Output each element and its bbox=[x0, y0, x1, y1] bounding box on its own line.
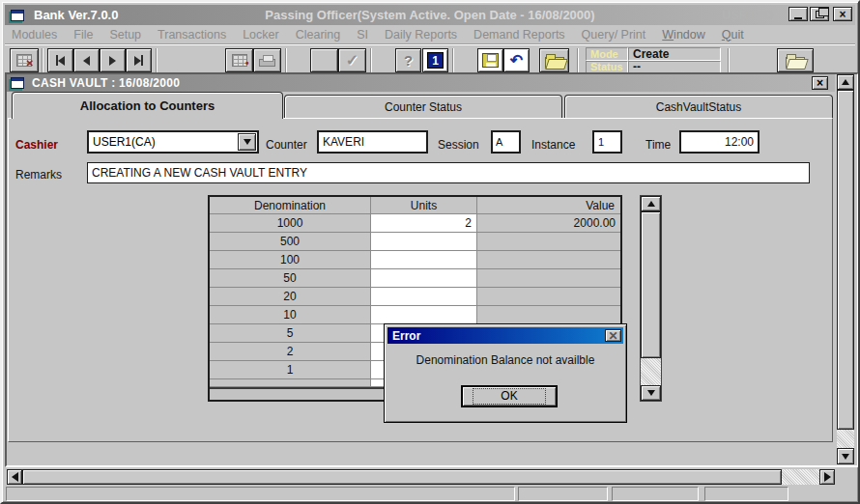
status-panel bbox=[518, 487, 608, 501]
find-button[interactable]: • bbox=[225, 48, 253, 72]
menu-item-clearing[interactable]: Clearing bbox=[296, 28, 341, 42]
status-panel bbox=[612, 487, 699, 501]
toolbar: ✕ • ✓ ? 1 bbox=[5, 44, 855, 73]
blank-button[interactable] bbox=[310, 48, 338, 72]
menu-item-setup[interactable]: Setup bbox=[109, 28, 141, 42]
column-header-value: Value bbox=[477, 197, 620, 214]
main-horizontal-scrollbar[interactable] bbox=[7, 469, 835, 485]
chevron-down-icon bbox=[244, 139, 251, 145]
cell-units[interactable] bbox=[371, 288, 477, 306]
menu-item-quit[interactable]: Quit bbox=[722, 28, 744, 42]
menu-item-locker[interactable]: Locker bbox=[243, 28, 279, 42]
mode-status-panel: Mode Create Status -- bbox=[586, 47, 721, 73]
toolbar-separator bbox=[728, 48, 730, 72]
cash-vault-title-bar: CASH VAULT : 16/08/2000 bbox=[7, 74, 835, 92]
status-label: Status bbox=[590, 61, 623, 72]
scroll-right-button[interactable] bbox=[819, 469, 835, 485]
counter-label: Counter bbox=[266, 138, 307, 152]
cell-units[interactable] bbox=[371, 233, 477, 251]
scroll-thumb[interactable] bbox=[837, 90, 854, 430]
status-bar bbox=[5, 485, 859, 503]
open-folder-icon bbox=[545, 57, 564, 69]
print-button[interactable] bbox=[253, 48, 281, 72]
first-record-button[interactable] bbox=[47, 48, 73, 72]
down-arrow-icon bbox=[842, 454, 849, 460]
counter-input[interactable] bbox=[317, 130, 428, 154]
mode-label: Mode bbox=[590, 48, 618, 60]
menu-item-transactions[interactable]: Transactions bbox=[158, 28, 226, 42]
cell-units[interactable] bbox=[371, 251, 477, 269]
instance-input[interactable] bbox=[592, 130, 622, 154]
time-input[interactable] bbox=[679, 130, 760, 154]
cell-units[interactable]: 2 bbox=[371, 214, 477, 233]
left-arrow-icon bbox=[12, 472, 18, 482]
menu-item-modules[interactable]: Modules bbox=[12, 28, 57, 42]
minimize-button[interactable] bbox=[788, 7, 808, 21]
next-record-button[interactable] bbox=[100, 48, 126, 72]
column-header-denomination: Denomination bbox=[210, 197, 371, 214]
table-vertical-scrollbar[interactable] bbox=[640, 195, 662, 402]
ok-button[interactable]: OK bbox=[461, 385, 558, 407]
menu-item-window[interactable]: Window bbox=[662, 28, 704, 42]
last-record-button[interactable] bbox=[126, 48, 152, 72]
previous-record-button[interactable] bbox=[73, 48, 100, 72]
restore-button[interactable] bbox=[810, 7, 829, 21]
save-floppy-icon bbox=[482, 53, 499, 68]
tab-allocation-to-counters[interactable]: Allocation to Counters bbox=[12, 92, 283, 119]
open-button[interactable] bbox=[539, 48, 569, 72]
tab-counter-status[interactable]: Counter Status bbox=[284, 95, 562, 119]
dropdown-arrow-button[interactable] bbox=[238, 133, 256, 151]
main-vertical-scrollbar[interactable] bbox=[837, 74, 854, 464]
help-button[interactable]: ? bbox=[395, 48, 421, 72]
scroll-up-button[interactable] bbox=[641, 196, 661, 211]
scroll-track[interactable] bbox=[837, 430, 854, 448]
close-button[interactable]: × bbox=[833, 7, 852, 21]
scroll-left-button[interactable] bbox=[7, 469, 22, 485]
toolbar-separator bbox=[577, 48, 579, 72]
scroll-thumb[interactable] bbox=[641, 211, 661, 358]
scroll-down-button[interactable] bbox=[837, 448, 854, 464]
save-button[interactable] bbox=[477, 48, 503, 72]
menu-bar: Modules File Setup Transactions Locker C… bbox=[5, 25, 855, 44]
folder-icon bbox=[786, 57, 805, 69]
toolbar-separator bbox=[370, 48, 372, 72]
menu-item-daily-reports[interactable]: Daily Reports bbox=[385, 28, 457, 42]
tab-cashvaultstatus[interactable]: CashVaultStatus bbox=[564, 95, 833, 119]
menu-item-query-print[interactable]: Query/ Print bbox=[582, 28, 646, 42]
menu-item-si[interactable]: SI bbox=[357, 28, 368, 42]
scroll-down-button[interactable] bbox=[641, 385, 661, 401]
cash-vault-close-button[interactable]: × bbox=[812, 76, 828, 90]
session-input[interactable] bbox=[491, 130, 521, 154]
scroll-thumb[interactable] bbox=[22, 469, 782, 485]
cell-denomination: 20 bbox=[210, 288, 371, 306]
cash-vault-icon bbox=[11, 77, 24, 89]
scroll-track[interactable] bbox=[641, 358, 661, 385]
number-one-button[interactable]: 1 bbox=[422, 48, 448, 72]
scroll-track[interactable] bbox=[782, 469, 819, 485]
close-icon: ✕ bbox=[608, 330, 617, 342]
undo-button[interactable]: ↶ bbox=[503, 48, 530, 72]
error-close-button[interactable]: ✕ bbox=[605, 329, 621, 342]
printer-icon bbox=[259, 59, 275, 67]
cell-denomination: 2 bbox=[210, 343, 371, 361]
menu-item-demand-reports[interactable]: Demand Reports bbox=[473, 28, 565, 42]
user-code: USR1PO bbox=[722, 8, 773, 22]
folder-button[interactable] bbox=[777, 48, 814, 72]
cell-units[interactable] bbox=[371, 306, 477, 324]
cell-denomination-partial: . bbox=[210, 379, 371, 387]
cell-denomination: 50 bbox=[210, 269, 371, 288]
cell-units[interactable] bbox=[371, 269, 477, 288]
menu-item-file[interactable]: File bbox=[73, 28, 93, 42]
exit-form-button[interactable]: ✕ bbox=[10, 48, 39, 72]
toolbar-separator bbox=[156, 48, 158, 72]
error-dialog-title: Error bbox=[392, 329, 420, 343]
remarks-input[interactable] bbox=[87, 162, 810, 183]
previous-record-icon bbox=[83, 56, 90, 66]
cell-denomination: 10 bbox=[210, 306, 371, 324]
status-panel bbox=[6, 487, 515, 501]
confirm-button[interactable]: ✓ bbox=[338, 48, 366, 72]
cashier-dropdown[interactable]: USER1(CA) bbox=[87, 130, 259, 154]
scroll-up-button[interactable] bbox=[837, 74, 854, 90]
error-message: Denomination Balance not availble bbox=[385, 353, 626, 367]
grid-exit-icon: ✕ bbox=[16, 54, 32, 67]
